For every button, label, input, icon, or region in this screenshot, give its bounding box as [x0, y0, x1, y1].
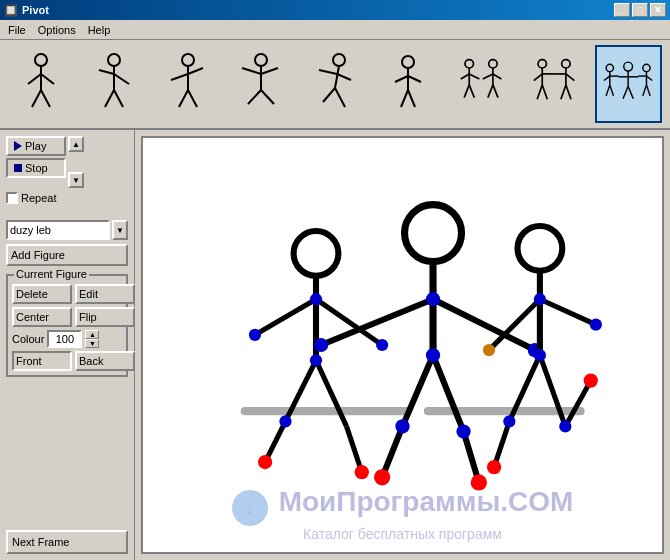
back-button[interactable]: Back: [75, 351, 135, 371]
toolbar-figure-8[interactable]: [521, 45, 588, 123]
svg-line-47: [493, 84, 498, 97]
stick-figure-icon-2: [87, 52, 142, 117]
center-button[interactable]: Center: [12, 307, 72, 327]
svg-line-32: [395, 76, 408, 82]
svg-point-124: [559, 420, 571, 432]
toolbar-figure-5[interactable]: [301, 45, 368, 123]
svg-point-42: [489, 59, 497, 67]
svg-line-35: [408, 90, 415, 107]
svg-line-101: [382, 426, 402, 477]
svg-line-117: [494, 421, 509, 467]
toolbar-figure-6[interactable]: [375, 45, 442, 123]
svg-line-26: [319, 70, 337, 74]
svg-point-90: [376, 339, 388, 351]
toolbar-figure-3[interactable]: [155, 45, 222, 123]
title-bar: 🔲 Pivot _ □ ✕: [0, 0, 670, 20]
stick-figure-icon-3: [161, 52, 216, 117]
toolbar-figure-9[interactable]: [595, 45, 662, 123]
repeat-checkbox[interactable]: [6, 192, 18, 204]
window-title: Pivot: [22, 4, 49, 16]
svg-line-114: [540, 299, 596, 324]
colour-spinner: ▲ ▼: [85, 330, 99, 348]
delete-button[interactable]: Delete: [12, 284, 72, 304]
svg-line-8: [99, 70, 114, 74]
svg-point-48: [538, 59, 546, 67]
flip-button[interactable]: Flip: [75, 307, 135, 327]
svg-line-62: [604, 76, 610, 80]
svg-point-80: [294, 231, 339, 276]
svg-line-5: [41, 90, 50, 107]
svg-line-98: [433, 299, 535, 350]
next-frame-button[interactable]: Next Frame: [6, 530, 128, 554]
dropdown-arrow[interactable]: ▼: [112, 220, 128, 240]
watermark-subtitle: Каталог бесплатных программ: [143, 526, 662, 542]
svg-line-76: [643, 84, 647, 95]
svg-point-94: [355, 465, 369, 479]
spin-down[interactable]: ▼: [85, 339, 99, 348]
svg-line-4: [32, 90, 41, 107]
stick-figure-icon-7: [454, 52, 509, 117]
toolbar-figure-4[interactable]: [228, 45, 295, 123]
minimize-button[interactable]: _: [614, 3, 630, 17]
scroll-down-button[interactable]: ▼: [68, 172, 84, 188]
current-figure-group: Current Figure Delete Edit Center Flip: [6, 274, 128, 377]
svg-line-40: [464, 84, 469, 97]
add-figure-button[interactable]: Add Figure: [6, 244, 128, 266]
scroll-up-button[interactable]: ▲: [68, 136, 84, 152]
edit-button[interactable]: Edit: [75, 284, 135, 304]
menu-options[interactable]: Options: [32, 22, 82, 38]
svg-line-2: [28, 74, 41, 84]
main-content: Play Stop ▲ ▼ Repeat duzy leb: [0, 130, 670, 560]
svg-line-58: [561, 84, 566, 98]
svg-point-92: [279, 415, 291, 427]
svg-line-9: [114, 74, 129, 84]
menu-file[interactable]: File: [2, 22, 32, 38]
left-panel: Play Stop ▲ ▼ Repeat duzy leb: [0, 130, 135, 560]
svg-line-28: [323, 88, 335, 102]
svg-point-91: [310, 354, 322, 366]
front-button[interactable]: Front: [12, 351, 72, 371]
stick-figure-icon-9: [601, 52, 656, 117]
toolbar: [0, 40, 670, 130]
stick-figure-icon-8: [527, 52, 582, 117]
colour-input[interactable]: 100: [47, 330, 82, 348]
spin-up[interactable]: ▲: [85, 330, 99, 339]
menu-help[interactable]: Help: [82, 22, 117, 38]
svg-point-125: [487, 460, 501, 474]
svg-point-30: [402, 56, 414, 68]
close-button[interactable]: ✕: [650, 3, 666, 17]
svg-line-14: [171, 74, 188, 80]
svg-line-46: [488, 84, 493, 97]
toolbar-figure-1[interactable]: [8, 45, 75, 123]
app-icon: 🔲: [4, 4, 18, 17]
svg-line-50: [534, 73, 542, 80]
watermark-icon: ↓: [232, 490, 268, 526]
svg-line-97: [321, 299, 433, 345]
svg-point-36: [465, 59, 473, 67]
svg-line-71: [628, 86, 633, 98]
toolbar-figure-2[interactable]: [81, 45, 148, 123]
svg-point-111: [517, 226, 562, 271]
figure-dropdown[interactable]: duzy leb: [6, 220, 110, 240]
svg-line-82: [255, 299, 316, 335]
svg-line-59: [566, 84, 571, 98]
svg-line-64: [606, 84, 610, 95]
svg-line-23: [261, 90, 274, 104]
svg-line-27: [337, 74, 351, 80]
maximize-button[interactable]: □: [632, 3, 648, 17]
svg-line-20: [242, 68, 261, 74]
play-button[interactable]: Play: [6, 136, 66, 156]
svg-line-22: [248, 90, 261, 104]
svg-point-54: [562, 59, 570, 67]
svg-point-18: [255, 54, 267, 66]
svg-line-65: [610, 84, 614, 95]
svg-line-118: [565, 381, 590, 427]
stick-figure-icon-5: [307, 52, 362, 117]
toolbar-figure-7[interactable]: [448, 45, 515, 123]
svg-point-72: [643, 64, 650, 71]
svg-point-0: [35, 54, 47, 66]
svg-line-25: [335, 66, 339, 88]
stop-button[interactable]: Stop: [6, 158, 66, 178]
svg-point-89: [249, 329, 261, 341]
svg-point-126: [584, 373, 598, 387]
